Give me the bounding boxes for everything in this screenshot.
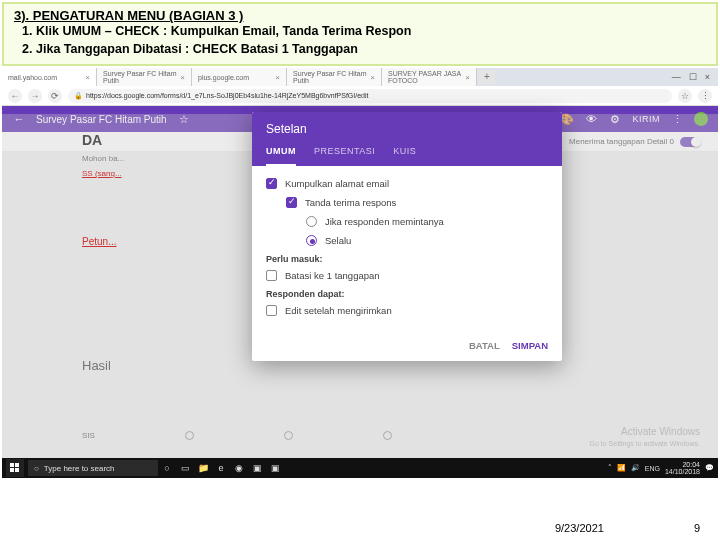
taskbar-search[interactable]: ○ Type here to search — [28, 460, 158, 476]
minimize-button[interactable]: — — [672, 72, 681, 82]
instruction-title: 3). PENGATURAN MENU (BAGIAN 3 ) — [14, 8, 706, 23]
svg-rect-1 — [15, 463, 19, 467]
system-tray: ˄ 📶 🔊 ENG 20:04 14/10/2018 💬 — [604, 461, 718, 475]
windows-taskbar: ○ Type here to search ○ ▭ 📁 e ◉ ▣ ▣ ˄ 📶 … — [2, 458, 718, 478]
tray-date[interactable]: 14/10/2018 — [665, 468, 700, 475]
edge-icon[interactable]: e — [213, 460, 229, 476]
search-icon: ○ — [34, 464, 39, 473]
option-if-requested[interactable]: Jika responden memintanya — [266, 216, 548, 227]
option-edit-after[interactable]: Edit setelah mengirimkan — [266, 305, 548, 316]
url-text: https://docs.google.com/forms/d/1_e7Lns-… — [86, 92, 369, 99]
browser-tab-strip: mail.yahoo.com× Survey Pasar FC Hitam Pu… — [2, 68, 718, 86]
cancel-button[interactable]: BATAL — [469, 340, 500, 351]
checkbox-icon[interactable] — [266, 305, 277, 316]
instruction-list: Klik UMUM – CHECK : Kumpulkan Email, Tan… — [14, 23, 706, 58]
wifi-icon[interactable]: 📶 — [617, 464, 626, 472]
address-bar[interactable]: 🔒 https://docs.google.com/forms/d/1_e7Ln… — [68, 89, 672, 103]
app-icon[interactable]: ▣ — [267, 460, 283, 476]
option-row: SIS — [82, 431, 392, 440]
form-text: SS (sang... — [82, 169, 124, 178]
instruction-box: 3). PENGATURAN MENU (BAGIAN 3 ) Klik UMU… — [2, 2, 718, 66]
option-collect-email[interactable]: Kumpulkan alamat email — [266, 178, 548, 189]
checkbox-icon[interactable] — [266, 178, 277, 189]
instruction-item: Jika Tanggapan Dibatasi : CHECK Batasi 1… — [36, 41, 706, 59]
close-icon[interactable]: × — [370, 73, 375, 82]
option-label: Jika responden memintanya — [325, 216, 444, 227]
save-button[interactable]: SIMPAN — [512, 340, 548, 351]
checkbox-icon[interactable] — [266, 270, 277, 281]
option-label: Edit setelah mengirimkan — [285, 305, 392, 316]
tray-time[interactable]: 20:04 — [682, 461, 700, 468]
screenshot: mail.yahoo.com× Survey Pasar FC Hitam Pu… — [2, 68, 718, 478]
app-icon[interactable]: ▣ — [249, 460, 265, 476]
close-icon[interactable]: × — [465, 73, 470, 82]
section-header: Perlu masuk: — [266, 254, 548, 264]
close-button[interactable]: × — [705, 72, 710, 82]
browser-tab[interactable]: plus.google.com× — [192, 68, 287, 86]
tray-lang[interactable]: ENG — [645, 465, 660, 472]
modal-footer: BATAL SIMPAN — [252, 330, 562, 361]
form-section-header: Hasil — [82, 358, 111, 373]
browser-tab[interactable]: Survey Pasar FC Hitam Putih× — [287, 68, 382, 86]
settings-modal: Setelan UMUM PRESENTASI KUIS Kumpulkan a… — [252, 112, 562, 361]
instruction-item: Klik UMUM – CHECK : Kumpulkan Email, Tan… — [36, 23, 706, 41]
modal-body: Kumpulkan alamat email Tanda terima resp… — [252, 166, 562, 330]
tab-umum[interactable]: UMUM — [266, 146, 296, 166]
option-label: Selalu — [325, 235, 351, 246]
reload-button[interactable]: ⟳ — [48, 89, 62, 103]
chrome-icon[interactable]: ◉ — [231, 460, 247, 476]
volume-icon[interactable]: 🔊 — [631, 464, 640, 472]
cortana-icon[interactable]: ○ — [159, 460, 175, 476]
form-background: DA Mohon ba... SS (sang... — [82, 132, 124, 178]
option-receipt[interactable]: Tanda terima respons — [266, 197, 548, 208]
window-controls: — ☐ × — [664, 72, 718, 82]
option-limit-one[interactable]: Batasi ke 1 tanggapan — [266, 270, 548, 281]
svg-rect-2 — [10, 468, 14, 472]
page-number: 9 — [694, 522, 700, 534]
tab-kuis[interactable]: KUIS — [393, 146, 416, 166]
tab-presentasi[interactable]: PRESENTASI — [314, 146, 375, 166]
svg-rect-3 — [15, 468, 19, 472]
option-label: Tanda terima respons — [305, 197, 396, 208]
back-button[interactable]: ← — [8, 89, 22, 103]
option-always[interactable]: Selalu — [266, 235, 548, 246]
lock-icon: 🔒 — [74, 92, 83, 100]
modal-title: Setelan — [266, 122, 548, 136]
radio-icon[interactable] — [306, 235, 317, 246]
tray-up-icon[interactable]: ˄ — [608, 464, 612, 472]
browser-toolbar: ← → ⟳ 🔒 https://docs.google.com/forms/d/… — [2, 86, 718, 106]
section-header: Responden dapat: — [266, 289, 548, 299]
svg-rect-0 — [10, 463, 14, 467]
close-icon[interactable]: × — [85, 73, 90, 82]
browser-tab[interactable]: Survey Pasar FC Hitam Putih× — [97, 68, 192, 86]
search-placeholder: Type here to search — [44, 464, 115, 473]
radio-icon[interactable] — [306, 216, 317, 227]
windows-icon — [10, 463, 20, 473]
menu-icon[interactable]: ⋮ — [698, 89, 712, 103]
close-icon[interactable]: × — [180, 73, 185, 82]
explorer-icon[interactable]: 📁 — [195, 460, 211, 476]
maximize-button[interactable]: ☐ — [689, 72, 697, 82]
slide-footer: 9/23/2021 9 — [555, 522, 700, 534]
new-tab-button[interactable]: + — [479, 70, 495, 84]
form-heading: DA — [82, 132, 124, 148]
close-icon[interactable]: × — [275, 73, 280, 82]
forward-button[interactable]: → — [28, 89, 42, 103]
browser-tab[interactable]: mail.yahoo.com× — [2, 68, 97, 86]
browser-tab[interactable]: SURVEY PASAR JASA FOTOCO× — [382, 68, 477, 86]
checkbox-icon[interactable] — [286, 197, 297, 208]
start-button[interactable] — [6, 459, 24, 477]
star-icon[interactable]: ☆ — [678, 89, 692, 103]
option-label: Kumpulkan alamat email — [285, 178, 389, 189]
notifications-icon[interactable]: 💬 — [705, 464, 714, 472]
form-text: Petun... — [82, 236, 116, 247]
option-label: Batasi ke 1 tanggapan — [285, 270, 380, 281]
footer-date: 9/23/2021 — [555, 522, 604, 534]
modal-tabs: UMUM PRESENTASI KUIS — [266, 146, 548, 166]
modal-header: Setelan UMUM PRESENTASI KUIS — [252, 112, 562, 166]
form-text: Mohon ba... — [82, 154, 124, 163]
taskview-icon[interactable]: ▭ — [177, 460, 193, 476]
